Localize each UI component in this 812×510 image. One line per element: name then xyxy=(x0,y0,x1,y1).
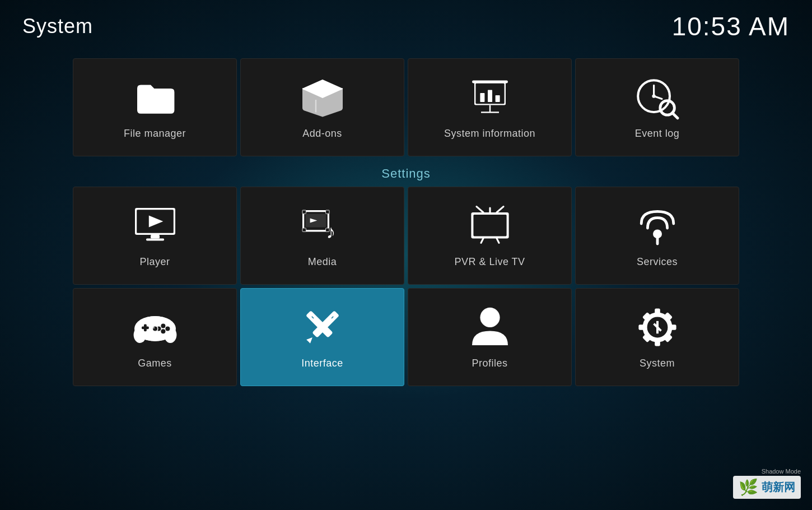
brush-pen-icon xyxy=(300,305,345,350)
tile-label-system: System xyxy=(640,358,675,369)
page-title: System xyxy=(22,15,93,38)
tile-label-interface: Interface xyxy=(301,358,343,369)
svg-rect-30 xyxy=(325,228,329,231)
svg-point-50 xyxy=(152,326,158,332)
svg-rect-21 xyxy=(146,238,164,240)
svg-rect-63 xyxy=(655,339,660,346)
svg-marker-53 xyxy=(306,336,314,344)
tv-icon xyxy=(468,203,512,248)
tile-profiles[interactable]: Profiles xyxy=(408,288,572,386)
tile-event-log[interactable]: Event log xyxy=(575,58,739,156)
svg-rect-5 xyxy=(488,90,492,102)
svg-line-36 xyxy=(481,238,483,243)
tile-label-event-log: Event log xyxy=(635,128,680,140)
svg-rect-65 xyxy=(669,324,676,330)
svg-rect-35 xyxy=(473,215,506,236)
tile-games[interactable]: Games xyxy=(73,288,237,386)
tile-services[interactable]: Services xyxy=(575,187,739,285)
tile-label-services: Services xyxy=(637,256,678,268)
clock-search-icon xyxy=(635,75,680,120)
tile-label-system-information: System information xyxy=(444,128,535,140)
main-content: File manager Add-ons xyxy=(0,53,812,395)
svg-rect-29 xyxy=(325,210,329,214)
svg-rect-64 xyxy=(638,324,646,330)
svg-rect-9 xyxy=(472,81,508,84)
bottom-row: Games Interface xyxy=(73,288,739,386)
watermark-mode-label: Shadow Mode xyxy=(762,468,801,475)
svg-line-32 xyxy=(497,207,503,212)
svg-line-58 xyxy=(327,312,329,314)
gamepad-icon xyxy=(133,305,178,350)
settings-section-label: Settings xyxy=(73,161,739,187)
watermark-text: 萌新网 xyxy=(762,480,795,495)
monitor-play-icon xyxy=(133,203,178,248)
svg-point-48 xyxy=(161,329,165,333)
folder-icon xyxy=(133,75,178,120)
svg-rect-20 xyxy=(151,235,160,238)
tile-label-profiles: Profiles xyxy=(472,358,507,369)
tile-system-information[interactable]: System information xyxy=(408,58,572,156)
user-icon xyxy=(468,305,512,350)
tile-label-games: Games xyxy=(138,358,172,369)
svg-rect-62 xyxy=(655,308,660,316)
svg-line-37 xyxy=(497,238,499,243)
svg-point-59 xyxy=(480,308,500,327)
tile-file-manager[interactable]: File manager xyxy=(73,58,237,156)
tile-label-add-ons: Add-ons xyxy=(302,128,342,140)
svg-rect-45 xyxy=(144,324,147,331)
header: System 10:53 AM xyxy=(0,0,812,53)
tile-interface[interactable]: Interface xyxy=(240,288,404,386)
svg-point-51 xyxy=(153,327,155,328)
box-icon xyxy=(300,75,345,120)
svg-point-14 xyxy=(652,94,655,98)
tile-label-player: Player xyxy=(139,256,170,268)
svg-line-31 xyxy=(477,207,483,212)
svg-rect-6 xyxy=(495,95,500,102)
top-row: File manager Add-ons xyxy=(73,58,739,156)
svg-rect-28 xyxy=(302,228,306,231)
tile-label-media: Media xyxy=(308,256,337,268)
tile-system[interactable]: System xyxy=(575,288,739,386)
watermark: Shadow Mode 🌿 萌新网 xyxy=(733,476,801,499)
tile-label-file-manager: File manager xyxy=(124,128,186,140)
podcast-icon xyxy=(635,203,680,248)
tile-label-pvr-live-tv: PVR & Live TV xyxy=(454,256,525,268)
tile-player[interactable]: Player xyxy=(73,187,237,285)
gear-fork-icon xyxy=(635,305,680,350)
tile-media[interactable]: ♪ Media xyxy=(240,187,404,285)
media-icon: ♪ xyxy=(300,203,345,248)
leaf-icon: 🌿 xyxy=(739,478,758,497)
svg-point-47 xyxy=(165,326,170,331)
clock: 10:53 AM xyxy=(672,11,790,41)
svg-line-16 xyxy=(672,113,678,118)
tile-add-ons[interactable]: Add-ons xyxy=(240,58,404,156)
middle-row: Player ♪ xyxy=(73,187,739,285)
svg-point-46 xyxy=(161,324,165,328)
svg-line-56 xyxy=(316,312,318,314)
presentation-icon xyxy=(468,75,512,120)
tile-pvr-live-tv[interactable]: PVR & Live TV xyxy=(408,187,572,285)
svg-rect-27 xyxy=(302,210,306,214)
svg-rect-4 xyxy=(480,93,484,102)
